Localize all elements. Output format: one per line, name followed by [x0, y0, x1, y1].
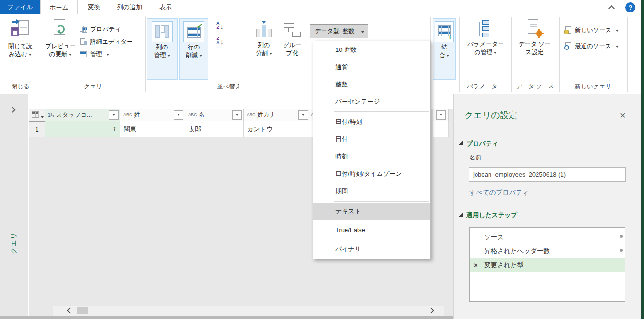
manage-parameters-label: パラメーターの管理 [467, 41, 504, 56]
group-label-close: 閉じる [0, 82, 41, 91]
column-filter-button[interactable] [298, 110, 308, 120]
column-header-last-name-kana[interactable]: ABC 姓カナ [244, 109, 310, 121]
section-expander-icon[interactable] [459, 140, 463, 145]
tab-home[interactable]: ホーム [40, 0, 78, 15]
table-select-all-button[interactable] [29, 109, 45, 121]
column-filter-button[interactable] [174, 110, 183, 120]
column-header-partial-right[interactable] [433, 109, 449, 121]
tab-view[interactable]: 表示 [155, 0, 177, 14]
tab-file[interactable]: ファイル [0, 0, 40, 14]
sort-descending-button[interactable]: ZA↓ [216, 37, 224, 46]
ribbon-tab-bar: ファイル ホーム 変換 列の追加 表示 ? [0, 0, 641, 14]
close-pane-icon[interactable]: × [620, 110, 626, 120]
manage-parameters-icon [478, 20, 493, 38]
menu-item-duration[interactable]: 期間 [313, 183, 430, 200]
menu-item-time[interactable]: 時刻 [313, 148, 430, 165]
menu-separator [334, 111, 429, 112]
advanced-editor-button[interactable]: 詳細エディター [80, 37, 133, 47]
horizontal-scrollbar[interactable] [53, 306, 444, 316]
power-query-editor-window: ファイル ホーム 変換 列の追加 表示 ? 閉じて読み込む 閉じる [0, 0, 644, 319]
menu-item-datetime-timezone[interactable]: 日付/時刻/タイムゾーン [313, 165, 430, 183]
cell-partial-right[interactable] [433, 121, 449, 137]
manage-button[interactable]: 管理 [80, 49, 109, 60]
column-header-staff-code[interactable]: 1²₃ スタッフコ... [45, 109, 120, 121]
reduce-rows-label: 行の削減 [186, 44, 200, 59]
group-separator [459, 17, 460, 92]
group-label-query: クエリ [41, 82, 145, 91]
column-filter-button[interactable] [232, 110, 242, 120]
menu-item-decimal[interactable]: 10 進数 [313, 41, 430, 59]
tab-add-column[interactable]: 列の追加 [111, 0, 148, 14]
step-promoted-headers[interactable]: 昇格されたヘッダー数 [470, 244, 625, 258]
combine-button[interactable]: + 結合 [433, 18, 456, 80]
step-source[interactable]: ソース [470, 230, 625, 244]
column-filter-button[interactable] [436, 110, 446, 120]
group-by-button[interactable]: グループ化 [278, 17, 306, 81]
menu-item-datetime[interactable]: 日付/時刻 [313, 113, 430, 131]
properties-label: プロパティ [90, 25, 121, 34]
queries-pane-collapsed[interactable]: クエリ [0, 94, 28, 316]
collapse-ribbon-icon[interactable] [608, 5, 615, 12]
dropdown-caret [107, 54, 109, 57]
split-column-button[interactable]: 列の分割 [250, 17, 277, 81]
menu-separator [334, 221, 429, 221]
properties-icon [80, 26, 87, 33]
cell-staff-code[interactable]: 1 [45, 121, 120, 137]
refresh-preview-button[interactable]: プレビューの更新 [43, 17, 78, 81]
query-settings-title: クエリの設定 [465, 110, 517, 121]
recent-sources-button[interactable]: 最近のソース [564, 41, 619, 51]
menu-item-text[interactable]: テキスト [313, 203, 430, 220]
column-header-label: 姓 [134, 111, 141, 119]
sort-down-arrow-icon: ↓ [220, 37, 224, 46]
scroll-right-icon[interactable] [428, 307, 434, 314]
menu-item-date[interactable]: 日付 [313, 131, 430, 148]
split-column-label: 列の分割 [256, 42, 270, 57]
new-source-label: 新しいソース [575, 26, 611, 35]
data-source-settings-button[interactable]: データ ソース設定 [513, 17, 556, 81]
filter-caret-icon [177, 114, 180, 117]
group-separator [249, 17, 249, 92]
column-header-last-name[interactable]: ABC 姓 [120, 109, 185, 121]
menu-item-percentage[interactable]: パーセンテージ [313, 93, 430, 110]
sort-letter: A [216, 40, 220, 45]
menu-item-currency[interactable]: 通貨 [313, 59, 430, 76]
step-changed-type-selected[interactable]: × 変更された型 [470, 258, 625, 272]
scroll-left-icon[interactable] [67, 307, 73, 314]
column-type-icon-number: 1²₃ [48, 112, 54, 118]
close-and-load-button[interactable]: 閉じて読み込む [2, 17, 38, 81]
menu-item-binary[interactable]: バイナリ [313, 241, 430, 258]
cell-first-name[interactable]: 太郎 [185, 121, 244, 137]
dropdown-caret [199, 55, 202, 58]
tab-transform[interactable]: 変換 [79, 0, 109, 14]
group-separator [309, 17, 309, 92]
delete-step-icon[interactable]: × [474, 258, 478, 272]
help-button[interactable]: ? [625, 2, 635, 12]
dropdown-caret [446, 55, 449, 58]
filter-caret-icon [440, 114, 442, 117]
cell-last-name-kana[interactable]: カントウ [244, 121, 310, 137]
new-source-button[interactable]: 新しいソース [564, 25, 619, 36]
expand-pane-icon[interactable] [10, 107, 16, 113]
refresh-preview-icon [51, 19, 70, 39]
window-bottom-edge [0, 316, 453, 319]
section-expander-icon[interactable] [459, 212, 463, 217]
dropdown-caret [361, 31, 364, 35]
query-name-input[interactable] [469, 167, 626, 182]
reduce-rows-button[interactable]: ✓ 行の削減 [179, 18, 208, 80]
cell-last-name[interactable]: 関東 [120, 121, 185, 137]
all-properties-link[interactable]: すべてのプロパティ [469, 188, 529, 197]
column-header-first-name[interactable]: ABC 名 [185, 109, 244, 121]
menu-item-whole-number[interactable]: 整数 [313, 76, 430, 93]
row-number-cell[interactable]: 1 [29, 121, 45, 137]
sort-ascending-button[interactable]: AZ↓ [216, 21, 224, 30]
column-header-label: スタッフコ... [56, 111, 92, 119]
menu-item-true-false[interactable]: True/False [313, 221, 430, 239]
column-filter-button[interactable] [109, 110, 119, 120]
scrollbar-thumb[interactable] [77, 307, 88, 314]
column-header-label: 姓カナ [258, 111, 276, 119]
manage-parameters-button[interactable]: パラメーターの管理 [462, 17, 510, 81]
data-type-button[interactable]: データ型: 整数 [310, 24, 368, 38]
dropdown-caret [616, 30, 619, 33]
properties-button[interactable]: プロパティ [80, 24, 121, 35]
manage-columns-button[interactable]: 列の管理 [147, 18, 178, 80]
